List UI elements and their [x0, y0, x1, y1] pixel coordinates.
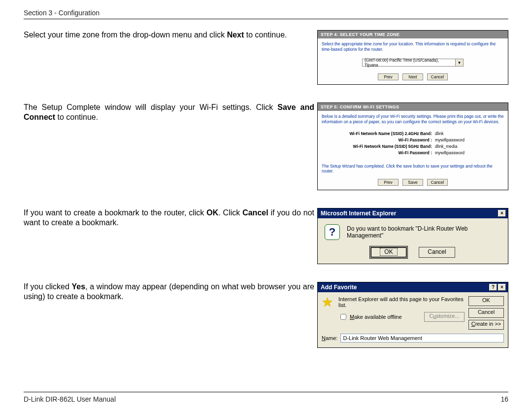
instruction-confirm: The Setup Complete window will display y… — [24, 103, 314, 122]
ie-message: Do you want to bookmark "D-Link Router W… — [347, 225, 501, 239]
offline-checkbox-input[interactable] — [340, 314, 346, 320]
question-icon: ? — [325, 224, 340, 240]
wifi-row: Wi-Fi Password :mywifipassword — [322, 150, 504, 155]
wizard-title: STEP 5: CONFIRM WI-FI SETTINGS — [318, 103, 508, 111]
wifi-label: Wi-Fi Password : — [322, 150, 435, 155]
ie-title-text: Microsoft Internet Explorer — [321, 210, 396, 217]
wifi-row: Wi-Fi Network Name (SSID) 5GHz Band:dlin… — [322, 144, 504, 149]
star-icon: ★ — [322, 296, 334, 309]
ie-titlebar: Microsoft Internet Explorer × — [318, 208, 508, 218]
close-icon[interactable]: × — [498, 284, 506, 291]
fav-message: Internet Explorer will add this page to … — [338, 296, 465, 308]
bold-ok: OK — [206, 208, 218, 217]
txt: Select your time zone from the drop-down… — [24, 31, 227, 39]
txt: . Click — [218, 208, 242, 217]
make-offline-checkbox[interactable]: Make available offline — [338, 312, 402, 321]
wifi-label: Wi-Fi Password : — [322, 137, 435, 142]
wizard-desc: Below is a detailed summary of your Wi-F… — [318, 111, 508, 127]
wizard-buttons: Prev Save Cancel — [318, 177, 508, 190]
help-icon[interactable]: ? — [489, 284, 497, 291]
wizard-done: The Setup Wizard has completed. Click th… — [318, 161, 508, 177]
row-addfavorite: If you clicked Yes, a window may appear … — [24, 282, 508, 348]
chevron-down-icon[interactable]: ▼ — [456, 59, 464, 67]
prev-button[interactable]: Prev — [378, 73, 399, 80]
wifi-label: Wi-Fi Network Name (SSID) 5GHz Band: — [322, 144, 435, 149]
wifi-value: mywifipassword — [435, 150, 465, 155]
wizard-title: STEP 4: SELECT YOUR TIME ZONE — [318, 31, 508, 38]
instruction-addfavorite: If you clicked Yes, a window may appear … — [24, 282, 314, 302]
next-button[interactable]: Next — [402, 73, 423, 80]
addfavorite-dialog: Add Favorite ? × ★ Internet Explorer wil… — [317, 282, 508, 348]
wizard-step4: STEP 4: SELECT YOUR TIME ZONE Select the… — [317, 30, 508, 85]
page-header: Section 3 - Configuration — [24, 9, 508, 19]
wifi-value: dlink_media — [435, 144, 457, 149]
row-bookmark: If you want to create a bookmark to the … — [24, 208, 508, 264]
bold-cancel: Cancel — [242, 208, 268, 217]
ie-dialog: Microsoft Internet Explorer × ? Do you w… — [317, 208, 508, 264]
cancel-button[interactable]: Cancel — [427, 179, 448, 186]
row-timezone: Select your time zone from the drop-down… — [24, 30, 508, 85]
wifi-row: Wi-Fi Network Name (SSID) 2.4GHz Band:dl… — [322, 131, 504, 136]
wizard-buttons: Prev Next Cancel — [318, 71, 508, 84]
wifi-label: Wi-Fi Network Name (SSID) 2.4GHz Band: — [322, 131, 435, 136]
create-in-button[interactable]: Create in >> — [468, 320, 504, 330]
cancel-button[interactable]: Cancel — [419, 247, 455, 258]
favorite-name-input[interactable] — [340, 334, 504, 342]
instruction-timezone: Select your time zone from the drop-down… — [24, 30, 314, 40]
footer-manual: D-Link DIR-862L User Manual — [24, 395, 116, 403]
bold-next: Next — [227, 31, 244, 39]
footer-page: 16 — [500, 395, 508, 403]
instruction-bookmark: If you want to create a bookmark to the … — [24, 208, 314, 228]
wizard-desc: Select the appropriate time zone for you… — [318, 38, 508, 55]
close-icon[interactable]: × — [498, 210, 506, 217]
timezone-value: (GMT-08:00) Pacific Time (US/Canada), Ti… — [362, 59, 456, 67]
fav-title-text: Add Favorite — [321, 284, 357, 291]
fav-titlebar: Add Favorite ? × — [318, 282, 508, 292]
name-label: Name: — [322, 335, 337, 341]
page-footer: D-Link DIR-862L User Manual 16 — [24, 392, 508, 403]
ok-button[interactable]: OK — [468, 296, 504, 306]
txt: If you want to create a bookmark to the … — [24, 208, 206, 217]
cancel-button[interactable]: Cancel — [468, 308, 504, 318]
customize-button: Customize... — [424, 312, 465, 322]
row-confirm: The Setup Complete window will display y… — [24, 103, 508, 190]
prev-button[interactable]: Prev — [378, 179, 399, 186]
wizard-step5: STEP 5: CONFIRM WI-FI SETTINGS Below is … — [317, 103, 508, 190]
ok-button[interactable]: OK — [370, 247, 407, 258]
wifi-row: Wi-Fi Password :mywifipassword — [322, 137, 504, 142]
cancel-button[interactable]: Cancel — [427, 73, 448, 80]
txt: to continue. — [55, 113, 98, 121]
save-button[interactable]: Save — [402, 179, 423, 186]
txt: If you clicked — [24, 282, 72, 291]
bold-yes: Yes — [72, 282, 86, 291]
txt: to continue. — [244, 31, 287, 39]
wifi-value: dlink — [435, 131, 443, 136]
wifi-value: mywifipassword — [435, 137, 465, 142]
timezone-select[interactable]: (GMT-08:00) Pacific Time (US/Canada), Ti… — [318, 59, 508, 67]
txt: The Setup Complete window will display y… — [24, 103, 277, 111]
